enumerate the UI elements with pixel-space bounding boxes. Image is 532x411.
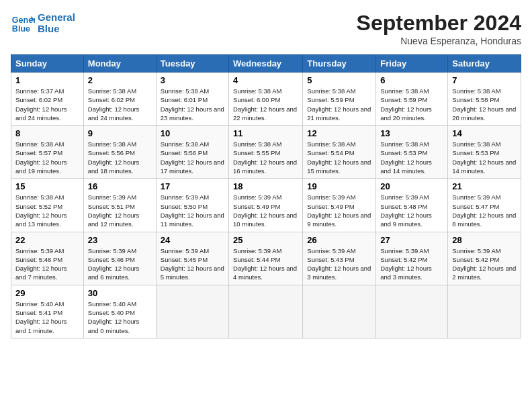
day-info: Sunrise: 5:38 AM Sunset: 5:53 PM Dayligh… — [380, 140, 443, 175]
day-info: Sunrise: 5:39 AM Sunset: 5:44 PM Dayligh… — [233, 246, 298, 282]
calendar-cell: 7 Sunrise: 5:38 AM Sunset: 5:58 PM Dayli… — [448, 73, 521, 126]
week-row-3: 15 Sunrise: 5:38 AM Sunset: 5:52 PM Dayl… — [11, 179, 521, 232]
day-info: Sunrise: 5:39 AM Sunset: 5:46 PM Dayligh… — [15, 246, 79, 282]
day-number: 20 — [380, 181, 443, 191]
day-info: Sunrise: 5:39 AM Sunset: 5:51 PM Dayligh… — [88, 193, 152, 228]
day-info: Sunrise: 5:39 AM Sunset: 5:42 PM Dayligh… — [452, 246, 517, 282]
calendar-cell — [229, 285, 303, 338]
calendar-cell: 19 Sunrise: 5:39 AM Sunset: 5:49 PM Dayl… — [303, 179, 376, 232]
calendar-cell: 14 Sunrise: 5:38 AM Sunset: 5:53 PM Dayl… — [448, 126, 521, 179]
day-number: 17 — [161, 181, 224, 191]
calendar-cell: 22 Sunrise: 5:39 AM Sunset: 5:46 PM Dayl… — [11, 232, 84, 285]
day-info: Sunrise: 5:38 AM Sunset: 6:01 PM Dayligh… — [161, 87, 224, 122]
calendar-cell — [376, 285, 448, 338]
day-number: 16 — [88, 181, 152, 191]
calendar-cell: 11 Sunrise: 5:38 AM Sunset: 5:55 PM Dayl… — [229, 126, 303, 179]
day-info: Sunrise: 5:39 AM Sunset: 5:42 PM Dayligh… — [380, 246, 443, 282]
day-info: Sunrise: 5:39 AM Sunset: 5:50 PM Dayligh… — [161, 193, 224, 228]
day-info: Sunrise: 5:38 AM Sunset: 5:56 PM Dayligh… — [88, 140, 152, 175]
calendar-cell: 28 Sunrise: 5:39 AM Sunset: 5:42 PM Dayl… — [448, 232, 521, 285]
title-block: September 2024 Nueva Esperanza, Honduras — [357, 11, 521, 46]
day-number: 9 — [88, 128, 152, 138]
week-row-1: 1 Sunrise: 5:37 AM Sunset: 6:02 PM Dayli… — [11, 73, 521, 126]
calendar-cell: 6 Sunrise: 5:38 AM Sunset: 5:59 PM Dayli… — [376, 73, 448, 126]
calendar-cell: 23 Sunrise: 5:39 AM Sunset: 5:46 PM Dayl… — [83, 232, 156, 285]
day-number: 23 — [88, 235, 152, 245]
calendar-cell: 5 Sunrise: 5:38 AM Sunset: 5:59 PM Dayli… — [303, 73, 376, 126]
day-number: 13 — [380, 128, 443, 138]
day-number: 3 — [161, 75, 224, 85]
day-number: 21 — [452, 181, 517, 191]
day-info: Sunrise: 5:38 AM Sunset: 5:59 PM Dayligh… — [380, 87, 443, 122]
calendar-cell: 9 Sunrise: 5:38 AM Sunset: 5:56 PM Dayli… — [83, 126, 156, 179]
day-info: Sunrise: 5:38 AM Sunset: 6:02 PM Dayligh… — [88, 87, 152, 122]
day-number: 18 — [233, 181, 298, 191]
svg-text:Blue: Blue — [12, 24, 30, 34]
day-number: 29 — [15, 288, 79, 298]
day-number: 10 — [161, 128, 224, 138]
day-info: Sunrise: 5:38 AM Sunset: 5:56 PM Dayligh… — [161, 140, 224, 175]
day-info: Sunrise: 5:39 AM Sunset: 5:45 PM Dayligh… — [161, 246, 224, 282]
week-row-2: 8 Sunrise: 5:38 AM Sunset: 5:57 PM Dayli… — [11, 126, 521, 179]
day-info: Sunrise: 5:39 AM Sunset: 5:47 PM Dayligh… — [452, 193, 517, 228]
calendar-cell: 12 Sunrise: 5:38 AM Sunset: 5:54 PM Dayl… — [303, 126, 376, 179]
column-header-wednesday: Wednesday — [229, 55, 303, 73]
day-info: Sunrise: 5:38 AM Sunset: 5:57 PM Dayligh… — [15, 140, 79, 175]
calendar-cell: 8 Sunrise: 5:38 AM Sunset: 5:57 PM Dayli… — [11, 126, 84, 179]
day-number: 28 — [452, 235, 517, 245]
week-row-5: 29 Sunrise: 5:40 AM Sunset: 5:41 PM Dayl… — [11, 285, 521, 338]
day-number: 5 — [307, 75, 371, 85]
day-number: 11 — [233, 128, 298, 138]
day-number: 7 — [452, 75, 517, 85]
day-number: 6 — [380, 75, 443, 85]
calendar-cell: 20 Sunrise: 5:39 AM Sunset: 5:48 PM Dayl… — [376, 179, 448, 232]
day-number: 12 — [307, 128, 371, 138]
calendar-cell: 29 Sunrise: 5:40 AM Sunset: 5:41 PM Dayl… — [11, 285, 84, 338]
logo: General Blue GeneralBlue — [11, 11, 75, 35]
calendar-cell: 18 Sunrise: 5:39 AM Sunset: 5:49 PM Dayl… — [229, 179, 303, 232]
day-info: Sunrise: 5:38 AM Sunset: 5:53 PM Dayligh… — [452, 140, 517, 175]
column-header-saturday: Saturday — [448, 55, 521, 73]
column-header-thursday: Thursday — [303, 55, 376, 73]
calendar-cell: 27 Sunrise: 5:39 AM Sunset: 5:42 PM Dayl… — [376, 232, 448, 285]
calendar-cell: 17 Sunrise: 5:39 AM Sunset: 5:50 PM Dayl… — [156, 179, 228, 232]
month-title: September 2024 — [357, 11, 521, 36]
calendar-header-row: SundayMondayTuesdayWednesdayThursdayFrid… — [11, 55, 521, 73]
day-number: 25 — [233, 235, 298, 245]
column-header-sunday: Sunday — [11, 55, 84, 73]
day-number: 27 — [380, 235, 443, 245]
day-info: Sunrise: 5:40 AM Sunset: 5:41 PM Dayligh… — [15, 300, 79, 335]
calendar-cell: 1 Sunrise: 5:37 AM Sunset: 6:02 PM Dayli… — [11, 73, 84, 126]
day-info: Sunrise: 5:39 AM Sunset: 5:49 PM Dayligh… — [233, 193, 298, 228]
column-header-friday: Friday — [376, 55, 448, 73]
calendar-cell — [156, 285, 228, 338]
column-header-monday: Monday — [83, 55, 156, 73]
logo-text: GeneralBlue — [38, 11, 75, 34]
day-number: 4 — [233, 75, 298, 85]
calendar-cell: 10 Sunrise: 5:38 AM Sunset: 5:56 PM Dayl… — [156, 126, 228, 179]
day-info: Sunrise: 5:38 AM Sunset: 5:54 PM Dayligh… — [307, 140, 371, 175]
calendar-cell: 15 Sunrise: 5:38 AM Sunset: 5:52 PM Dayl… — [11, 179, 84, 232]
calendar-cell: 24 Sunrise: 5:39 AM Sunset: 5:45 PM Dayl… — [156, 232, 228, 285]
day-number: 19 — [307, 181, 371, 191]
day-info: Sunrise: 5:38 AM Sunset: 5:52 PM Dayligh… — [15, 193, 79, 228]
calendar-cell: 4 Sunrise: 5:38 AM Sunset: 6:00 PM Dayli… — [229, 73, 303, 126]
day-number: 26 — [307, 235, 371, 245]
day-info: Sunrise: 5:39 AM Sunset: 5:43 PM Dayligh… — [307, 246, 371, 282]
day-number: 1 — [15, 75, 79, 85]
day-number: 22 — [15, 235, 79, 245]
page-header: General Blue GeneralBlue September 2024 … — [11, 11, 521, 46]
day-number: 15 — [15, 181, 79, 191]
day-info: Sunrise: 5:37 AM Sunset: 6:02 PM Dayligh… — [15, 87, 79, 122]
day-number: 30 — [88, 288, 152, 298]
calendar-cell — [303, 285, 376, 338]
day-info: Sunrise: 5:38 AM Sunset: 5:55 PM Dayligh… — [233, 140, 298, 175]
logo-icon: General Blue — [11, 11, 35, 35]
location: Nueva Esperanza, Honduras — [357, 36, 521, 46]
calendar-cell: 3 Sunrise: 5:38 AM Sunset: 6:01 PM Dayli… — [156, 73, 228, 126]
day-info: Sunrise: 5:39 AM Sunset: 5:48 PM Dayligh… — [380, 193, 443, 228]
calendar-cell: 13 Sunrise: 5:38 AM Sunset: 5:53 PM Dayl… — [376, 126, 448, 179]
calendar-cell: 21 Sunrise: 5:39 AM Sunset: 5:47 PM Dayl… — [448, 179, 521, 232]
column-header-tuesday: Tuesday — [156, 55, 228, 73]
calendar-cell: 25 Sunrise: 5:39 AM Sunset: 5:44 PM Dayl… — [229, 232, 303, 285]
